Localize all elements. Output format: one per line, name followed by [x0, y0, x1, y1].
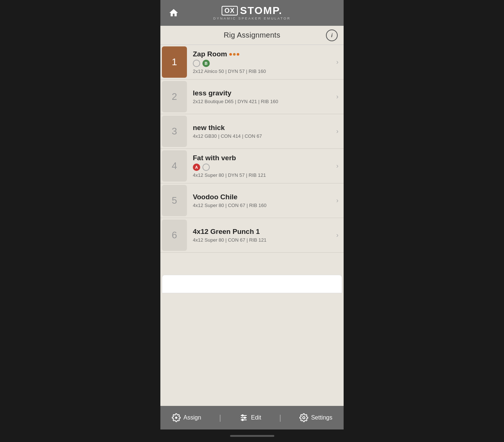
- rig-subtitle-3: 4x12 GB30 | CON 414 | CON 67: [193, 133, 333, 139]
- page-title-bar: Rig Assignments i: [160, 26, 344, 45]
- rig-chevron-2: ›: [336, 93, 344, 101]
- nav-sep-2: |: [279, 414, 281, 422]
- rig-info-2: less gravity 2x12 Boutique D65 | DYN 421…: [187, 85, 336, 109]
- rig-item-3[interactable]: 3 new thick 4x12 GB30 | CON 414 | CON 67…: [160, 114, 344, 149]
- rig-name-3: new thick: [193, 124, 225, 132]
- rig-name-row-6: 4x12 Green Punch 1: [193, 228, 333, 236]
- rig-name-5: Voodoo Chile: [193, 193, 237, 201]
- dot-2: [233, 53, 236, 56]
- rig-info-3: new thick 4x12 GB30 | CON 414 | CON 67: [187, 119, 336, 143]
- settings-icon: [299, 413, 308, 422]
- rig-name-row-4: Fat with verb: [193, 154, 333, 162]
- rig-item-6[interactable]: 6 4x12 Green Punch 1 4x12 Super 80 | CON…: [160, 218, 344, 253]
- rig-subtitle-6: 4x12 Super 80 | CON 67 | RIB 121: [193, 237, 333, 243]
- badge-empty-4b: [202, 164, 210, 171]
- rig-info-1: Zap Room B 2x12 Alnico 50 | DYN 57 | RIB…: [187, 46, 336, 78]
- svg-point-4: [242, 415, 243, 416]
- logo-area: OX STOMP. DYNAMIC SPEAKER EMULATOR: [213, 6, 291, 20]
- logo-top: OX STOMP.: [222, 6, 282, 16]
- rig-info-4: Fat with verb A 4x12 Super 80 | DYN 57 |…: [187, 150, 336, 182]
- edit-label: Edit: [251, 414, 261, 421]
- rig-item-1[interactable]: 1 Zap Room B 2x12 Alnico 50 | DYN 57 | R…: [160, 45, 344, 80]
- rig-number-1: 1: [162, 46, 187, 78]
- home-button[interactable]: [166, 6, 181, 20]
- rig-chevron-1: ›: [336, 58, 344, 66]
- svg-point-7: [303, 417, 305, 419]
- rig-subtitle-2: 2x12 Boutique D65 | DYN 421 | RIB 160: [193, 99, 333, 104]
- rig-badges-1: B: [193, 60, 333, 67]
- rig-info-6: 4x12 Green Punch 1 4x12 Super 80 | CON 6…: [187, 223, 336, 247]
- rig-name-6: 4x12 Green Punch 1: [193, 228, 260, 236]
- bottom-nav: Assign | Edit |: [160, 406, 344, 429]
- badge-a-4: A: [193, 164, 200, 171]
- svg-point-6: [242, 419, 243, 421]
- app-header: OX STOMP. DYNAMIC SPEAKER EMULATOR: [160, 0, 344, 26]
- rig-chevron-5: ›: [336, 197, 344, 204]
- rig-item-5[interactable]: 5 Voodoo Chile 4x12 Super 80 | CON 67 | …: [160, 183, 344, 218]
- rig-list: 1 Zap Room B 2x12 Alnico 50 | DYN 57 | R…: [160, 45, 344, 406]
- badge-empty-1a: [193, 60, 200, 67]
- rig-name-2: less gravity: [193, 89, 232, 97]
- settings-label: Settings: [311, 414, 333, 421]
- rig-item-4[interactable]: 4 Fat with verb A 4x12 Super 80 | DYN 57…: [160, 149, 344, 183]
- nav-edit[interactable]: Edit: [235, 410, 266, 425]
- svg-point-5: [244, 417, 246, 418]
- rig-subtitle-1: 2x12 Alnico 50 | DYN 57 | RIB 160: [193, 69, 333, 74]
- assign-icon: [172, 413, 181, 422]
- stomp-label: STOMP.: [240, 6, 282, 16]
- rig-name-4: Fat with verb: [193, 154, 236, 162]
- bottom-card-peek: [162, 275, 342, 293]
- brand-subtitle: DYNAMIC SPEAKER EMULATOR: [213, 17, 291, 20]
- bottom-indicator: [160, 429, 344, 442]
- rig-name-row-5: Voodoo Chile: [193, 193, 333, 201]
- badge-b-1: B: [202, 60, 210, 67]
- nav-settings[interactable]: Settings: [295, 410, 337, 425]
- edit-icon: [239, 413, 248, 422]
- rig-number-3: 3: [162, 116, 187, 147]
- rig-name-1: Zap Room: [193, 50, 227, 58]
- rig-badges-4: A: [193, 164, 333, 171]
- screen-wrapper: OX STOMP. DYNAMIC SPEAKER EMULATOR Rig A…: [160, 0, 344, 442]
- dot-3: [237, 53, 239, 56]
- nav-sep-1: |: [219, 414, 221, 422]
- rig-chevron-3: ›: [336, 127, 344, 135]
- rig-empty-area: [160, 253, 344, 406]
- rig-number-2: 2: [162, 81, 187, 112]
- assign-label: Assign: [184, 414, 201, 421]
- ox-label: OX: [222, 6, 238, 15]
- rig-subtitle-5: 4x12 Super 80 | CON 67 | RIB 160: [193, 203, 333, 208]
- rig-name-row-2: less gravity: [193, 89, 333, 97]
- rig-number-6: 6: [162, 220, 187, 251]
- rig-number-5: 5: [162, 185, 187, 216]
- info-button[interactable]: i: [326, 29, 338, 41]
- svg-point-0: [175, 417, 177, 419]
- rig-dots-1: [229, 53, 239, 56]
- rig-subtitle-4: 4x12 Super 80 | DYN 57 | RIB 121: [193, 172, 333, 178]
- rig-number-4: 4: [162, 150, 187, 182]
- rig-name-row-3: new thick: [193, 124, 333, 132]
- rig-chevron-4: ›: [336, 162, 344, 170]
- page-title: Rig Assignments: [224, 31, 280, 39]
- rig-name-row-1: Zap Room: [193, 50, 333, 58]
- bottom-pill: [230, 435, 274, 437]
- rig-item-2[interactable]: 2 less gravity 2x12 Boutique D65 | DYN 4…: [160, 80, 344, 114]
- rig-info-5: Voodoo Chile 4x12 Super 80 | CON 67 | RI…: [187, 189, 336, 213]
- rig-chevron-6: ›: [336, 231, 344, 239]
- dot-1: [229, 53, 232, 56]
- nav-assign[interactable]: Assign: [167, 410, 206, 425]
- home-icon: [168, 8, 179, 18]
